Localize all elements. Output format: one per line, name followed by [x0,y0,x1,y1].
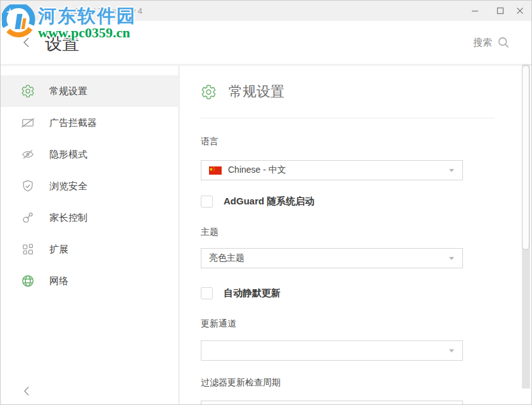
search-icon [497,36,510,49]
sidebar-item-label: 扩展 [49,244,68,256]
sidebar-item-label: 网络 [49,275,68,287]
scrollbar-thumb[interactable] [522,65,529,250]
sidebar-item-general-settings[interactable]: 常规设置 [1,75,178,107]
sidebar-item-label: 常规设置 [49,85,87,97]
extensions-grid-icon [21,242,35,256]
silent-update-label: 自动静默更新 [224,287,281,299]
stealth-eye-icon [21,147,35,161]
sidebar-item-extensions[interactable]: 扩展 [1,234,178,265]
page-title: 设置 [45,32,79,55]
pacifier-icon [21,211,35,225]
autostart-label: AdGuard 随系统启动 [224,196,314,208]
language-value: Chinese - 中文 [228,165,286,176]
sidebar-item-browsing-security[interactable]: 浏览安全 [1,170,178,202]
filter-update-period-dropdown[interactable] [201,401,463,405]
settings-header: 设置 搜索 [1,21,531,64]
sidebar-item-parental-control[interactable]: 家长控制 [1,202,178,234]
theme-label: 主题 [201,227,218,238]
section-header: 常规设置 [201,82,284,101]
shield-check-icon [21,179,35,193]
sidebar-item-ad-blocker[interactable]: 广告拦截器 [1,107,178,139]
sidebar-item-label: 浏览安全 [49,180,87,192]
language-label: 语言 [201,136,218,147]
maximize-icon [497,7,504,15]
minimize-button[interactable] [466,2,484,20]
language-dropdown[interactable]: Chinese - 中文 [201,160,463,180]
chevron-down-icon [449,257,454,260]
maximize-button[interactable] [491,2,510,20]
gear-icon [201,84,217,100]
close-button[interactable] [510,2,529,20]
theme-value: 亮色主题 [209,252,244,264]
chevron-left-icon [22,385,31,397]
collapse-sidebar-button[interactable] [22,385,31,397]
section-divider [201,118,495,118]
update-channel-label: 更新通道 [201,318,236,330]
autostart-row: AdGuard 随系统启动 [201,196,314,208]
scrollbar-track[interactable] [522,64,530,389]
titlebar: AdGuard 7.3 nightly 4 [1,1,531,21]
chevron-left-icon [22,36,32,49]
window-title: AdGuard 7.3 nightly 4 [63,6,142,16]
silent-update-row: 自动静默更新 [201,287,281,299]
adguard-settings-window: AdGuard 7.3 nightly 4 设置 搜索 常规设置 [0,0,532,405]
search-button[interactable]: 搜索 [473,36,510,49]
main-content: 常规设置 语言 Chinese - 中文 AdGuard 随系统启动 主题 亮色… [180,66,522,404]
chevron-down-icon [449,169,454,172]
minimize-icon [471,7,479,15]
china-flag-icon [209,166,222,175]
adblocker-icon [21,116,35,130]
sidebar-item-label: 广告拦截器 [49,117,97,129]
sidebar-item-label: 家长控制 [49,212,87,224]
section-title: 常规设置 [229,82,284,101]
silent-update-checkbox[interactable] [201,287,213,299]
gear-icon [21,84,35,98]
search-label: 搜索 [473,37,492,49]
sidebar-item-network[interactable]: 网络 [1,265,178,297]
chevron-down-icon [449,349,454,352]
theme-dropdown[interactable]: 亮色主题 [201,248,463,268]
sidebar-item-stealth-mode[interactable]: 隐形模式 [1,139,178,170]
back-button[interactable] [22,36,32,49]
autostart-checkbox[interactable] [201,196,213,208]
sidebar: 常规设置 广告拦截器 隐形模式 浏览安全 家长控制 [1,66,178,404]
update-channel-dropdown[interactable] [201,340,463,361]
close-icon [516,7,524,15]
filter-update-period-label: 过滤器更新检查周期 [201,377,281,389]
globe-icon [21,274,35,288]
sidebar-item-label: 隐形模式 [49,149,87,161]
